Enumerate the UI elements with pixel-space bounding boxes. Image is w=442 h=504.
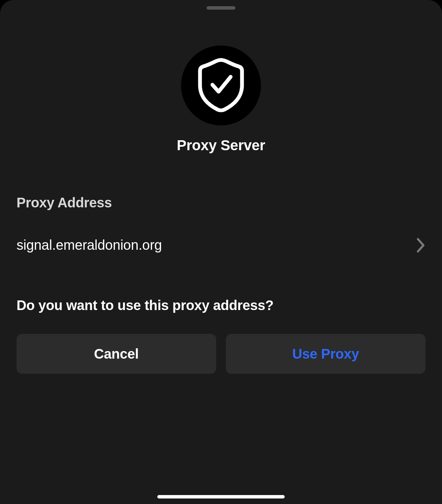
sheet-grabber[interactable] xyxy=(207,6,235,10)
proxy-sheet: Proxy Server Proxy Address signal.emeral… xyxy=(0,0,442,504)
confirmation-prompt: Do you want to use this proxy address? xyxy=(17,298,425,313)
home-indicator[interactable] xyxy=(157,495,285,498)
proxy-address-heading: Proxy Address xyxy=(17,195,425,210)
use-proxy-button[interactable]: Use Proxy xyxy=(226,334,425,374)
shield-check-icon xyxy=(197,58,245,113)
proxy-address-value: signal.emeraldonion.org xyxy=(17,237,162,253)
page-title: Proxy Server xyxy=(177,137,265,154)
content-area: Proxy Address signal.emeraldonion.org Do… xyxy=(0,195,442,374)
header-area: Proxy Server xyxy=(0,45,442,154)
cancel-button[interactable]: Cancel xyxy=(17,334,216,374)
proxy-address-row[interactable]: signal.emeraldonion.org xyxy=(17,237,425,253)
button-row: Cancel Use Proxy xyxy=(17,334,425,374)
chevron-right-icon xyxy=(416,238,425,253)
shield-icon-container xyxy=(181,45,261,125)
